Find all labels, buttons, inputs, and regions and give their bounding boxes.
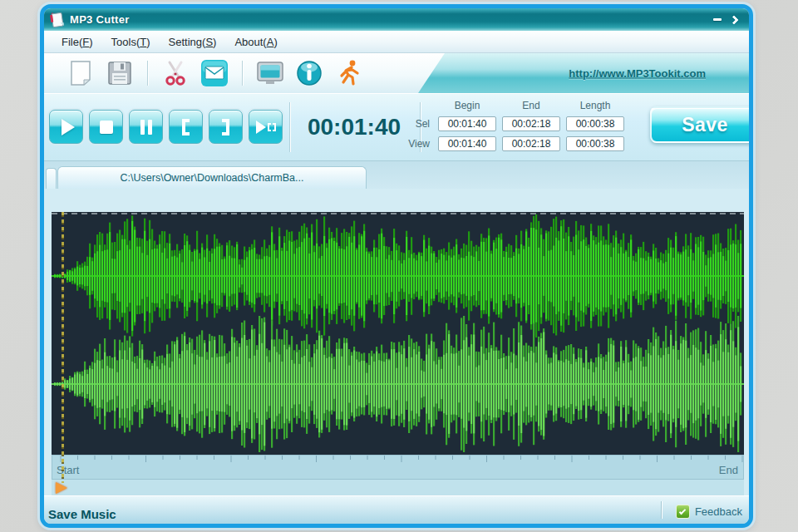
pause-button[interactable] [129, 110, 163, 144]
header-length: Length [566, 100, 624, 111]
row-label-sel: Sel [402, 118, 432, 130]
info-button[interactable] [294, 57, 324, 89]
desktop-background: MP3 Cutter File(F) Tools(T) Setting(S) A… [0, 0, 798, 532]
toolbar: http://www.MP3Tookit.com [44, 53, 749, 93]
marker-strip[interactable] [52, 480, 744, 495]
menu-setting-paren: ) [213, 36, 216, 48]
menu-bar: File(F) Tools(T) Setting(S) About(A) [44, 31, 749, 53]
toolbar-buttons [44, 53, 445, 93]
preview-button[interactable] [255, 57, 285, 89]
sel-end-field[interactable] [502, 116, 560, 131]
view-length-field[interactable] [566, 136, 624, 151]
stop-button[interactable] [89, 110, 123, 144]
control-panel: 00:01:40 Begin End Length Sel View Save [44, 93, 749, 161]
sel-begin-field[interactable] [438, 116, 496, 131]
timeline-end-label: End [719, 464, 738, 476]
menu-file-paren: ) [89, 36, 92, 48]
running-man-icon [335, 59, 362, 87]
check-icon [679, 507, 686, 514]
play-button[interactable] [49, 110, 83, 144]
info-icon [296, 60, 323, 86]
status-text: Save Music [48, 507, 116, 521]
cut-button[interactable] [160, 57, 190, 89]
play-selection-button[interactable] [249, 110, 283, 144]
tab-stub [46, 168, 57, 189]
bracket-left-icon [182, 119, 190, 135]
waveform[interactable] [52, 212, 744, 455]
toolbar-separator [242, 61, 243, 86]
selection-table: Begin End Length Sel View [402, 100, 624, 151]
menu-tools[interactable]: Tools(T) [102, 33, 160, 51]
app-window: MP3 Cutter File(F) Tools(T) Setting(S) A… [40, 4, 753, 528]
new-file-icon [70, 61, 91, 86]
monitor-icon [256, 60, 284, 86]
file-tab[interactable]: C:\Users\Owner\Downloads\CharmBa... [57, 166, 367, 189]
mark-end-button[interactable] [209, 110, 243, 144]
menu-about[interactable]: About(A) [225, 33, 286, 51]
header-end: End [502, 100, 560, 111]
window-title: MP3 Cutter [70, 13, 130, 26]
tab-bar: C:\Users\Owner\Downloads\CharmBa... [44, 161, 749, 189]
play-icon [62, 119, 75, 135]
menu-file-label: File( [62, 36, 82, 48]
app-icon [49, 12, 66, 28]
pause-icon [140, 120, 152, 135]
mail-icon [200, 59, 229, 87]
save-button[interactable]: Save [650, 106, 753, 143]
status-bar: Save Music Feedback [44, 495, 749, 524]
toolbar-separator [147, 61, 148, 86]
menu-setting[interactable]: Setting(S) [160, 33, 226, 51]
mail-button[interactable] [200, 57, 229, 89]
scissors-icon [162, 60, 189, 86]
menu-tools-paren: ) [146, 36, 150, 48]
feedback-button[interactable]: Feedback [676, 505, 742, 519]
feedback-label: Feedback [695, 505, 742, 518]
waveform-canvas [52, 212, 744, 455]
minimize-icon [713, 18, 722, 21]
website-link[interactable]: http://www.MP3Tookit.com [569, 67, 706, 80]
row-label-view: View [402, 138, 432, 150]
save-icon [107, 61, 132, 86]
minimize-button[interactable] [709, 13, 726, 27]
play-selection-icon [256, 121, 276, 134]
menu-about-paren: ) [273, 36, 277, 48]
status-separator [661, 501, 662, 519]
current-time-display: 00:01:40 [295, 114, 413, 140]
feedback-shield-icon [676, 505, 690, 519]
menu-setting-label: Setting( [169, 36, 206, 48]
ruler-ticks [52, 456, 743, 464]
sel-length-field[interactable] [566, 116, 624, 131]
view-begin-field[interactable] [438, 136, 496, 151]
menu-setting-mnemonic: S [205, 36, 213, 48]
start-marker-flag[interactable] [56, 482, 67, 494]
save-file-button[interactable] [105, 57, 135, 89]
header-begin: Begin [438, 100, 496, 111]
bracket-right-icon [222, 119, 229, 135]
expand-button[interactable] [726, 13, 742, 27]
view-end-field[interactable] [502, 136, 560, 151]
menu-file[interactable]: File(F) [52, 33, 102, 51]
menu-about-label: About( [234, 36, 266, 48]
timeline-ruler[interactable]: Start End [52, 455, 744, 480]
panel-divider [289, 102, 290, 152]
chevron-right-icon [729, 15, 738, 24]
stop-icon [100, 121, 113, 134]
title-bar[interactable]: MP3 Cutter [44, 8, 749, 31]
menu-tools-label: Tools( [111, 36, 140, 48]
exit-button[interactable] [333, 57, 363, 89]
editor-area: Start End [44, 189, 749, 495]
transport-controls [49, 110, 283, 144]
timeline-start-label: Start [57, 464, 79, 476]
new-file-button[interactable] [66, 57, 96, 89]
mark-begin-button[interactable] [169, 110, 203, 144]
